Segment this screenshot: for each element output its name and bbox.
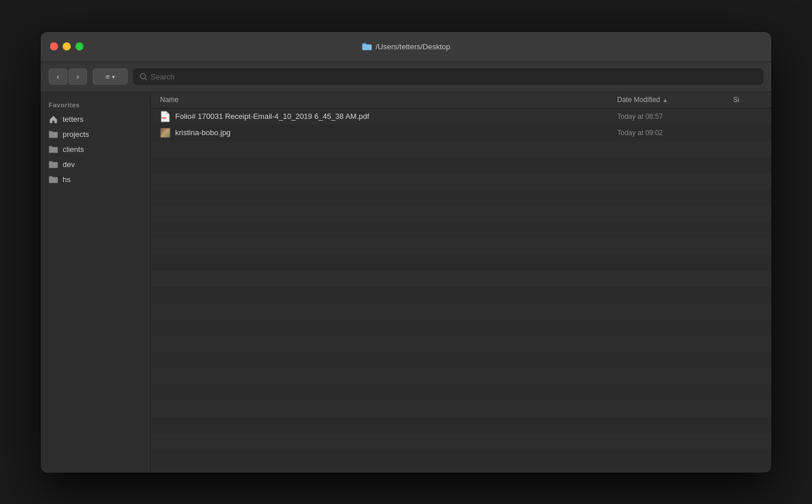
forward-icon: › xyxy=(77,72,79,81)
col-date-header[interactable]: Date Modified ▲ xyxy=(617,96,733,104)
file-list-header: Name Date Modified ▲ Si xyxy=(151,92,771,108)
main-content: Favorites tetters projects xyxy=(41,92,771,473)
forward-button[interactable]: › xyxy=(68,68,87,85)
sidebar: Favorites tetters projects xyxy=(41,92,151,473)
sidebar-item-hs[interactable]: hs xyxy=(41,172,150,187)
table-row[interactable]: PDF Folio# 170031 Receipt-Email-4_10_201… xyxy=(151,108,771,125)
sidebar-item-label: tetters xyxy=(63,115,84,124)
view-options-button[interactable]: ≡ ▾ xyxy=(93,68,128,85)
svg-line-1 xyxy=(145,78,147,79)
search-input[interactable] xyxy=(151,72,757,81)
window-title: /Users/tetters/Desktop xyxy=(362,42,451,51)
home-icon xyxy=(49,115,58,124)
jpg-file-icon xyxy=(160,127,171,139)
file-date-cell: Today at 08:57 xyxy=(617,113,733,121)
empty-row xyxy=(151,417,771,433)
empty-row xyxy=(151,433,771,449)
sidebar-item-label: dev xyxy=(63,160,75,169)
folder-icon xyxy=(362,42,372,50)
minimize-button[interactable] xyxy=(63,42,71,50)
empty-row xyxy=(151,320,771,336)
sidebar-item-label: projects xyxy=(63,130,89,139)
maximize-button[interactable] xyxy=(75,42,84,50)
empty-row xyxy=(151,401,771,417)
empty-row xyxy=(151,352,771,368)
empty-row xyxy=(151,190,771,206)
size-label: Si xyxy=(733,96,740,104)
empty-row xyxy=(151,222,771,238)
folder-icon xyxy=(49,175,58,184)
empty-row xyxy=(151,287,771,303)
search-bar[interactable] xyxy=(133,68,763,85)
chevron-down-icon: ▾ xyxy=(112,74,115,80)
traffic-lights xyxy=(50,42,84,50)
empty-row xyxy=(151,303,771,320)
pdf-file-icon: PDF xyxy=(160,111,171,122)
toolbar: ‹ › ≡ ▾ xyxy=(41,62,771,92)
empty-row xyxy=(151,255,771,271)
sidebar-item-projects[interactable]: projects xyxy=(41,127,150,142)
sidebar-item-tetters[interactable]: tetters xyxy=(41,112,150,127)
empty-row xyxy=(151,173,771,190)
sidebar-item-label: clients xyxy=(63,145,84,154)
empty-row xyxy=(151,271,771,287)
sidebar-item-dev[interactable]: dev xyxy=(41,157,150,172)
file-date-cell: Today at 09:02 xyxy=(617,129,733,137)
empty-row xyxy=(151,141,771,157)
svg-text:PDF: PDF xyxy=(162,117,167,119)
view-icon: ≡ xyxy=(106,72,110,81)
path-label: /Users/tetters/Desktop xyxy=(376,42,451,51)
back-icon: ‹ xyxy=(57,72,60,81)
back-button[interactable]: ‹ xyxy=(49,68,67,85)
name-label: Name xyxy=(160,96,179,104)
col-name-header[interactable]: Name xyxy=(160,96,617,104)
titlebar: /Users/tetters/Desktop xyxy=(41,32,771,62)
close-button[interactable] xyxy=(50,42,58,50)
empty-row xyxy=(151,385,771,401)
search-icon xyxy=(140,73,147,81)
empty-row xyxy=(151,206,771,222)
file-name-cell: kristina-bobo.jpg xyxy=(160,127,617,139)
finder-window: /Users/tetters/Desktop ‹ › ≡ ▾ Fa xyxy=(41,32,771,473)
empty-row xyxy=(151,238,771,255)
empty-row xyxy=(151,368,771,385)
sort-icon: ▲ xyxy=(662,97,668,103)
favorites-label: Favorites xyxy=(41,99,150,112)
date-label: Date Modified xyxy=(617,96,660,104)
folder-icon xyxy=(49,160,58,169)
sidebar-item-clients[interactable]: clients xyxy=(41,142,150,157)
col-size-header[interactable]: Si xyxy=(733,96,762,104)
folder-icon xyxy=(49,145,58,154)
empty-row xyxy=(151,336,771,352)
file-list: Name Date Modified ▲ Si xyxy=(151,92,771,473)
table-row[interactable]: kristina-bobo.jpg Today at 09:02 xyxy=(151,125,771,141)
file-rows: PDF Folio# 170031 Receipt-Email-4_10_201… xyxy=(151,108,771,473)
file-name: kristina-bobo.jpg xyxy=(175,128,230,137)
file-name: Folio# 170031 Receipt-Email-4_10_2019 6_… xyxy=(175,112,369,121)
empty-row xyxy=(151,449,771,466)
nav-buttons: ‹ › xyxy=(49,68,87,85)
file-name-cell: PDF Folio# 170031 Receipt-Email-4_10_201… xyxy=(160,111,617,122)
svg-rect-4 xyxy=(161,128,170,137)
empty-row xyxy=(151,157,771,173)
folder-icon xyxy=(49,130,58,139)
sidebar-item-label: hs xyxy=(63,175,71,184)
